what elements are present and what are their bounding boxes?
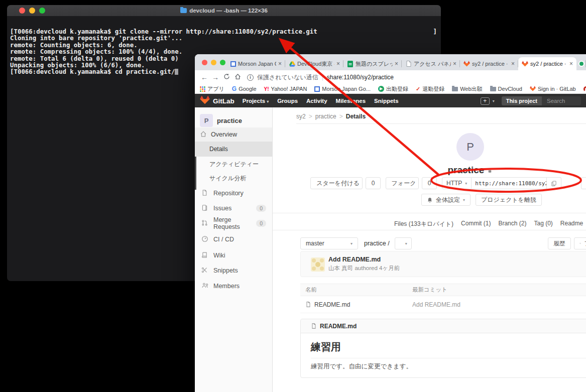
bookmark-devcloud-folder[interactable]: DevCloud xyxy=(490,86,522,92)
tab-close-icon[interactable]: × xyxy=(278,60,282,67)
gitlab-nav: Projects▾ Groups Activity Milestones Sni… xyxy=(243,98,399,104)
bookmark-web-folder[interactable]: Web出願 xyxy=(452,85,482,93)
fork-button[interactable]: フォーク xyxy=(386,177,419,189)
sidebar-project-header[interactable]: P practice xyxy=(195,111,272,129)
tab-close-icon[interactable]: × xyxy=(453,60,456,67)
zoom-button[interactable] xyxy=(220,60,225,65)
copy-clone-url-button[interactable] xyxy=(547,177,561,189)
stat-tags[interactable]: Tag (0) xyxy=(534,220,552,228)
bookmark-yahoo[interactable]: Y!Yahoo! JAPAN xyxy=(264,86,307,92)
minimize-button[interactable] xyxy=(29,8,35,14)
star-button[interactable]: スターを付ける xyxy=(310,177,363,189)
partial-button[interactable] xyxy=(581,177,586,189)
stat-commits[interactable]: Commit (1) xyxy=(461,220,491,228)
folder-icon xyxy=(180,8,187,13)
gauge-icon xyxy=(201,235,208,244)
forward-icon[interactable]: → xyxy=(210,73,221,81)
readme-header[interactable]: README.md xyxy=(301,319,586,333)
bookmark-apps[interactable]: アプリ xyxy=(200,85,224,93)
tab-close-icon[interactable]: × xyxy=(569,60,573,67)
sidebar-item-merge-requests[interactable]: Merge Requests 0 xyxy=(195,217,272,230)
new-menu-button[interactable]: + xyxy=(481,97,490,105)
tab-spreadsheet[interactable]: 無題のスプレッドシ × xyxy=(343,57,402,70)
search-input[interactable]: Search xyxy=(542,96,581,105)
nav-activity[interactable]: Activity xyxy=(306,98,327,104)
clone-url-input[interactable]: http://share:11080/sy2/practi xyxy=(472,177,547,189)
tab-gitlab-practice-active[interactable]: sy2 / practice · Git × xyxy=(518,57,576,70)
sidebar-item-repository[interactable]: Repository xyxy=(195,187,272,200)
sidebar-item-cycle-analytics[interactable]: サイクル分析 xyxy=(195,172,272,185)
zoom-button[interactable] xyxy=(39,8,45,14)
nav-groups[interactable]: Groups xyxy=(277,98,298,104)
reload-icon[interactable] xyxy=(221,73,232,81)
tab-gitlab-practice[interactable]: sy2 / practice · Git × xyxy=(460,57,518,70)
bookmark-clock-in[interactable]: ▶出勤登録 xyxy=(378,85,408,93)
commit-title-link[interactable]: Add README.md xyxy=(328,256,381,263)
sidebar-item-overview[interactable]: Overview xyxy=(195,127,272,142)
gitlab-logo-icon[interactable] xyxy=(200,95,210,106)
protocol-select[interactable]: HTTP▾ xyxy=(442,177,472,189)
gitlab-tanuki-icon xyxy=(522,61,528,67)
tab-partial[interactable] xyxy=(578,57,586,70)
info-icon[interactable]: i xyxy=(247,74,254,81)
stat-readme[interactable]: Readme xyxy=(560,220,583,228)
bookmark-google[interactable]: GGoogle xyxy=(232,85,257,92)
tab-strip: Morson Japan Go × DevCloud東京 - G × 無題のスプ… xyxy=(195,54,586,70)
breadcrumb: sy2>practice>Details xyxy=(296,113,366,120)
tab-access-panel[interactable]: アクセス パネル ア × xyxy=(402,57,460,70)
terminal-titlebar[interactable]: devcloud — -bash — 122×36 xyxy=(7,5,441,16)
folder-icon xyxy=(452,87,458,91)
find-file-button[interactable]: ファ xyxy=(574,237,586,249)
bookmark-redmine[interactable]: Redmine xyxy=(583,86,586,92)
bookmark-gitlab[interactable]: Sign in · GitLab xyxy=(530,86,576,92)
star-count[interactable]: 0 xyxy=(366,177,381,189)
tab-devcloud-drive[interactable]: DevCloud東京 - G × xyxy=(285,57,343,70)
sidebar-item-issues[interactable]: Issues 0 xyxy=(195,202,272,215)
file-link[interactable]: README.md xyxy=(300,301,412,308)
home-icon[interactable] xyxy=(232,73,243,81)
tab-morson[interactable]: Morson Japan Go × xyxy=(227,57,285,70)
branch-select[interactable]: master▾ xyxy=(300,237,358,249)
search-scope-chip[interactable]: This project xyxy=(502,96,542,105)
breadcrumb-group[interactable]: sy2 xyxy=(296,113,306,120)
back-icon[interactable]: ← xyxy=(199,73,210,81)
book-icon xyxy=(201,251,208,260)
tab-close-icon[interactable]: × xyxy=(395,60,398,67)
minimize-button[interactable] xyxy=(211,60,216,65)
terminal-line: [T0066:devcloud k.yamanaka$ git clone --… xyxy=(10,28,438,35)
omnibox[interactable]: i 保護されていない通信 | share:11080/sy2/practice xyxy=(247,73,394,82)
sidebar-item-details[interactable]: Details xyxy=(195,142,272,157)
leave-project-button[interactable]: プロジェクトを離脱 xyxy=(476,194,542,206)
sidebar-item-ci-cd[interactable]: CI / CD xyxy=(195,233,272,246)
breadcrumb-project[interactable]: practice xyxy=(315,113,336,120)
sidebar-item-snippets[interactable]: Snippets xyxy=(195,264,272,277)
chevron-down-icon[interactable]: ▾ xyxy=(493,99,495,103)
nav-snippets[interactable]: Snippets xyxy=(374,98,399,104)
path-project[interactable]: practice xyxy=(364,240,386,247)
gitlab-brand[interactable]: GitLab xyxy=(213,97,235,105)
bookmark-morson[interactable]: Morson Japan Go... xyxy=(314,86,371,92)
address-bar: ← → i 保護されていない通信 | share:11080/sy2/pract… xyxy=(195,70,586,84)
tab-close-icon[interactable]: × xyxy=(511,60,515,67)
stat-branches[interactable]: Branch (2) xyxy=(498,220,526,228)
sidebar-item-wiki[interactable]: Wiki xyxy=(195,249,272,262)
sidebar-item-activity[interactable]: アクティビティー xyxy=(195,157,272,172)
new-file-button[interactable]: ▾ xyxy=(395,237,412,249)
members-icon xyxy=(201,282,208,290)
stat-files[interactable]: Files (133キロバイト) xyxy=(394,220,453,228)
notification-settings-button[interactable]: 全体設定 ▾ xyxy=(421,194,471,206)
sidebar-item-members[interactable]: Members xyxy=(195,280,272,293)
close-button[interactable] xyxy=(202,60,207,65)
nav-milestones[interactable]: Milestones xyxy=(336,98,366,104)
fork-count[interactable]: 0 xyxy=(422,177,437,189)
tab-close-icon[interactable]: × xyxy=(336,60,340,67)
terminal-right-bracket: ] xyxy=(433,28,437,35)
scissors-icon xyxy=(201,267,208,275)
nav-projects[interactable]: Projects▾ xyxy=(243,98,269,104)
bookmark-clock-out[interactable]: ✓退勤登録 xyxy=(416,85,444,93)
folder-icon xyxy=(490,87,496,91)
close-button[interactable] xyxy=(19,8,25,14)
table-row[interactable]: README.md Add README.md xyxy=(300,296,586,313)
history-button[interactable]: 履歴 xyxy=(548,237,571,249)
file-last-commit-link[interactable]: Add README.md xyxy=(412,301,460,308)
